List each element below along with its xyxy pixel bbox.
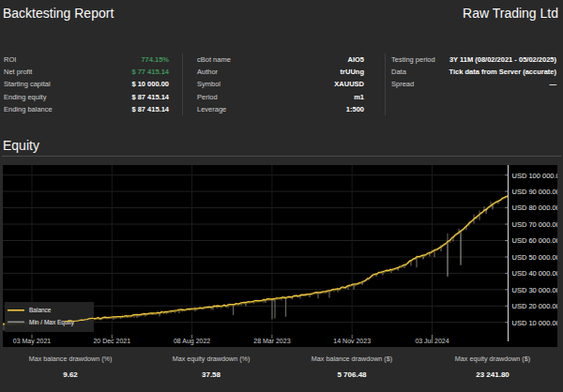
svg-text:03 Jul 2024: 03 Jul 2024 <box>415 338 449 344</box>
svg-text:USD 70 000.00: USD 70 000.00 <box>512 220 558 229</box>
svg-text:USD 10 000.00: USD 10 000.00 <box>512 319 558 327</box>
svg-text:20 Dec 2021: 20 Dec 2021 <box>93 338 130 344</box>
svg-text:USD 60 000.00: USD 60 000.00 <box>512 236 558 245</box>
svg-text:USD 90 000.00: USD 90 000.00 <box>512 188 558 196</box>
svg-text:USD 30 000.00: USD 30 000.00 <box>512 286 558 294</box>
svg-text:USD 50 000.00: USD 50 000.00 <box>512 253 558 262</box>
svg-text:03 May 2021: 03 May 2021 <box>13 338 52 345</box>
svg-text:08 Aug 2022: 08 Aug 2022 <box>174 338 210 345</box>
svg-text:Balance: Balance <box>29 307 52 313</box>
svg-text:USD 80 000.00: USD 80 000.00 <box>512 204 558 212</box>
svg-text:USD 40 000.00: USD 40 000.00 <box>512 269 558 278</box>
svg-text:14 Nov 2023: 14 Nov 2023 <box>333 338 371 344</box>
svg-text:Min / Max Equity: Min / Max Equity <box>29 319 75 326</box>
svg-text:28 Mar 2023: 28 Mar 2023 <box>253 338 290 344</box>
svg-text:USD 100 000.00: USD 100 000.00 <box>512 172 558 180</box>
svg-text:USD 20 000.00: USD 20 000.00 <box>512 302 558 310</box>
